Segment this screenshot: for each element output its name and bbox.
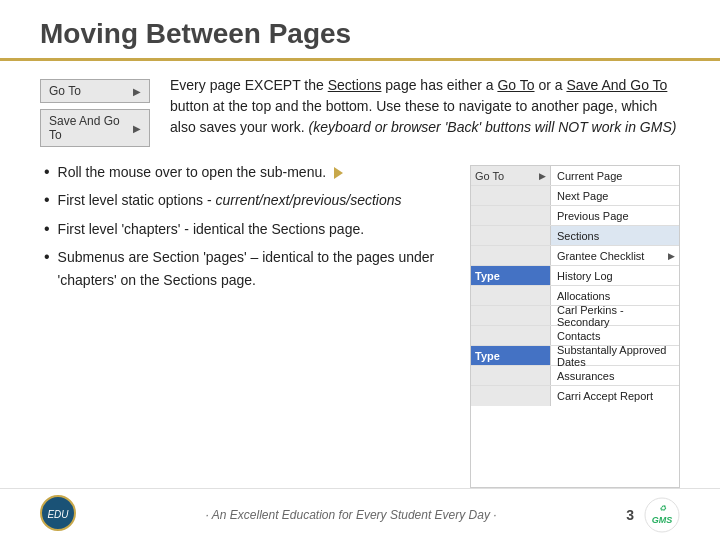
submenu-right-history: History Log	[551, 266, 679, 285]
submenu-row-4: Sections	[471, 226, 679, 246]
save-goto-label: Save And Go To	[49, 114, 133, 142]
submenu-right-subst: Substantally Approved Dates	[551, 346, 679, 365]
submenu-left-empty-7	[471, 286, 551, 305]
submenu-right-contacts: Contacts	[551, 326, 679, 345]
inline-arrow-icon	[334, 167, 343, 179]
footer-tagline: · An Excellent Education for Every Stude…	[206, 508, 497, 522]
education-logo-icon: EDU	[40, 495, 76, 531]
submenu-right-sections: Sections	[551, 226, 679, 245]
goto-button-arrow: ▶	[133, 86, 141, 97]
submenu-left-type-2: Type	[471, 346, 551, 365]
content-area: Go To ▶ Save And Go To ▶ Every page EXCE…	[0, 61, 720, 488]
submenu-row-2: Next Page	[471, 186, 679, 206]
submenu-row-5: Grantee Checklist	[471, 246, 679, 266]
page-number: 3	[626, 507, 634, 523]
save-goto-arrow: ▶	[133, 123, 141, 134]
bullet-2-italic: current/next/previous/sections	[216, 192, 402, 208]
goto-button[interactable]: Go To ▶	[40, 79, 150, 103]
submenu-row-1: Go To ▶ Current Page	[471, 166, 679, 186]
submenu-left-empty-9	[471, 326, 551, 345]
description: Every page EXCEPT the Sections page has …	[170, 75, 680, 147]
submenu-goto-arrow: ▶	[539, 171, 546, 181]
slide: Moving Between Pages Go To ▶ Save And Go…	[0, 0, 720, 540]
save-goto-link: Save And Go To	[566, 77, 667, 93]
submenu-right-assur: Assurances	[551, 366, 679, 385]
submenu-left-goto: Go To ▶	[471, 166, 551, 185]
bullet-4: Submenus are Section 'pages' – identical…	[40, 246, 450, 291]
submenu-left-empty-3	[471, 206, 551, 225]
submenu-right-carri: Carri Accept Report	[551, 386, 679, 406]
submenu-row-8: Carl Perkins - Secondary	[471, 306, 679, 326]
submenu-right-carl: Carl Perkins - Secondary	[551, 306, 679, 325]
goto-button-label: Go To	[49, 84, 81, 98]
submenu-left-empty-8	[471, 306, 551, 325]
goto-link: Go To	[497, 77, 534, 93]
submenu-left-empty-2	[471, 186, 551, 205]
buttons-col: Go To ▶ Save And Go To ▶	[40, 75, 150, 147]
keyboard-note: (keyboard or browser 'Back' buttons will…	[309, 119, 677, 135]
slide-footer: EDU · An Excellent Education for Every S…	[0, 488, 720, 540]
bottom-section: Roll the mouse over to open the sub-menu…	[40, 161, 680, 488]
submenu-left-empty-12	[471, 386, 551, 406]
svg-text:GMS: GMS	[652, 515, 673, 525]
sections-link: Sections	[328, 77, 382, 93]
recycle-logo-icon: ♻ GMS	[644, 497, 680, 533]
submenu-left-type-1: Type	[471, 266, 551, 285]
sections-ref-2: Sections page.	[163, 272, 256, 288]
submenu-left-empty-4	[471, 226, 551, 245]
submenu-row-6: Type History Log	[471, 266, 679, 286]
submenu-row-3: Previous Page	[471, 206, 679, 226]
submenu-row-10: Type Substantally Approved Dates	[471, 346, 679, 366]
slide-header: Moving Between Pages	[0, 0, 720, 61]
page-title: Moving Between Pages	[40, 18, 680, 50]
submenu-right-next: Next Page	[551, 186, 679, 205]
bullet-3: First level 'chapters' - identical the S…	[40, 218, 450, 240]
submenu-right-current: Current Page	[551, 166, 679, 185]
footer-logo-left: EDU	[40, 495, 76, 534]
submenu-left-empty-11	[471, 366, 551, 385]
submenu-left-empty-5	[471, 246, 551, 265]
submenu-right-prev: Previous Page	[551, 206, 679, 225]
svg-text:EDU: EDU	[47, 509, 69, 520]
submenu-right-grantee: Grantee Checklist	[551, 246, 679, 265]
save-goto-button[interactable]: Save And Go To ▶	[40, 109, 150, 147]
bullet-1: Roll the mouse over to open the sub-menu…	[40, 161, 450, 183]
sections-ref: Sections page.	[272, 221, 365, 237]
submenu-row-11: Assurances	[471, 366, 679, 386]
submenu-right-alloc: Allocations	[551, 286, 679, 305]
submenu-image: Go To ▶ Current Page Next Page Previous …	[470, 165, 680, 488]
bullet-2: First level static options - current/nex…	[40, 189, 450, 211]
bullet-list: Roll the mouse over to open the sub-menu…	[40, 161, 450, 488]
submenu-row-12: Carri Accept Report	[471, 386, 679, 406]
top-section: Go To ▶ Save And Go To ▶ Every page EXCE…	[40, 61, 680, 157]
footer-right: 3 ♻ GMS	[626, 497, 680, 533]
svg-text:♻: ♻	[658, 504, 666, 513]
